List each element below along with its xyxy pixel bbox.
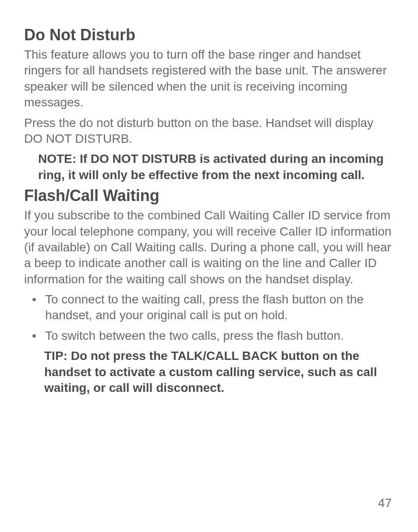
- bullet-list-fcw: To connect to the waiting call, press th…: [24, 292, 394, 344]
- paragraph-fcw-intro: If you subscribe to the combined Call Wa…: [24, 208, 394, 287]
- heading-flash-call-waiting: Flash/Call Waiting: [24, 187, 394, 205]
- list-item: To connect to the waiting call, press th…: [24, 292, 394, 324]
- tip-fcw: TIP: Do not press the TALK/CALL BACK but…: [44, 348, 390, 396]
- list-item: To switch between the two calls, press t…: [24, 328, 394, 344]
- paragraph-dnd-instruction: Press the do not disturb button on the b…: [24, 115, 394, 147]
- paragraph-dnd-intro: This feature allows you to turn off the …: [24, 47, 394, 111]
- heading-do-not-disturb: Do Not Disturb: [24, 26, 394, 44]
- page-number: 47: [378, 496, 392, 510]
- note-dnd: NOTE: If DO NOT DISTURB is activated dur…: [38, 151, 390, 183]
